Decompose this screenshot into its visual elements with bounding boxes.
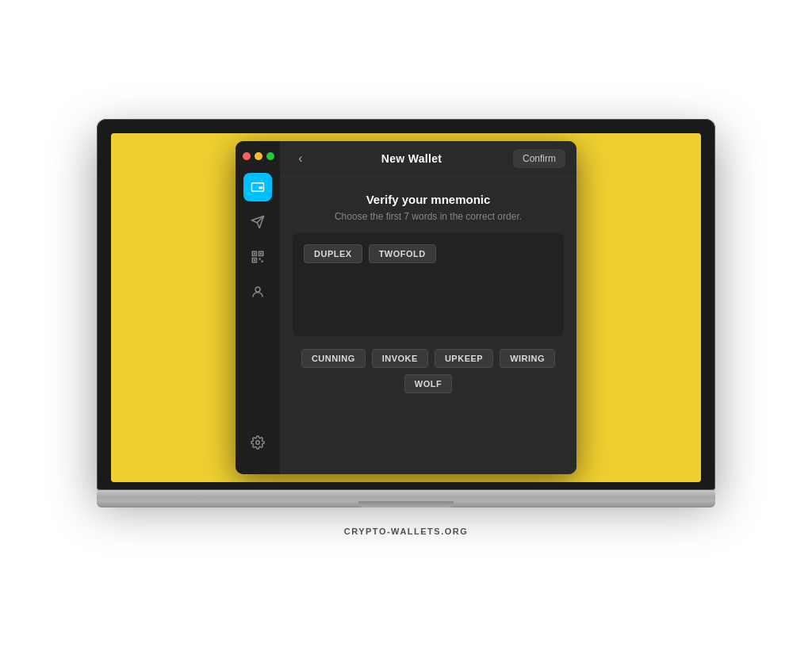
svg-rect-8 [260, 253, 262, 255]
svg-point-12 [255, 287, 260, 292]
maximize-button[interactable] [266, 152, 274, 160]
verify-title: Verify your mnemonic [366, 193, 491, 206]
laptop-notch [358, 501, 454, 508]
laptop-bottom [97, 490, 715, 508]
word-chip-cunning[interactable]: CUNNING [301, 349, 366, 368]
laptop-screen: ‹ New Wallet Confirm Verify your mnemoni… [111, 133, 701, 482]
settings-icon [251, 435, 265, 450]
svg-rect-11 [262, 261, 263, 262]
selected-word-duplex[interactable]: DUPLEX [304, 244, 362, 263]
svg-rect-9 [254, 259, 255, 261]
contact-icon [251, 285, 265, 299]
sidebar-item-contact[interactable] [243, 278, 272, 306]
sidebar-item-settings[interactable] [243, 428, 272, 457]
available-words: CUNNING INVOKE UPKEEP WIRING WOLF [293, 349, 564, 393]
svg-point-13 [256, 441, 260, 445]
svg-rect-1 [259, 186, 263, 189]
traffic-lights [243, 152, 274, 160]
minimize-button[interactable] [255, 152, 262, 160]
confirm-button[interactable]: Confirm [513, 149, 565, 168]
sidebar [236, 141, 280, 474]
word-chip-upkeep[interactable]: UPKEEP [435, 349, 493, 368]
svg-rect-10 [259, 259, 261, 260]
scene: ‹ New Wallet Confirm Verify your mnemoni… [97, 119, 715, 536]
verify-subtitle: Choose the first 7 words in the correct … [335, 211, 522, 222]
wallet-icon [251, 180, 265, 194]
qr-icon [251, 250, 265, 264]
word-chip-wiring[interactable]: WIRING [500, 349, 555, 368]
footer-text: CRYPTO-WALLETS.ORG [344, 527, 469, 536]
sidebar-item-send[interactable] [243, 208, 272, 236]
laptop: ‹ New Wallet Confirm Verify your mnemoni… [97, 119, 715, 508]
main-content: ‹ New Wallet Confirm Verify your mnemoni… [280, 141, 576, 474]
word-drop-area[interactable]: DUPLEX TWOFOLD [293, 233, 564, 336]
close-button[interactable] [243, 152, 251, 160]
content-body: Verify your mnemonic Choose the first 7 … [280, 177, 576, 474]
svg-rect-7 [254, 253, 255, 255]
window-title: New Wallet [381, 152, 442, 165]
word-chip-wolf[interactable]: WOLF [404, 374, 452, 393]
sidebar-item-wallet[interactable] [243, 173, 272, 201]
app-window: ‹ New Wallet Confirm Verify your mnemoni… [236, 141, 576, 474]
word-chip-invoke[interactable]: INVOKE [372, 349, 428, 368]
back-button[interactable]: ‹ [291, 151, 310, 166]
screen-bezel: ‹ New Wallet Confirm Verify your mnemoni… [97, 119, 715, 490]
sidebar-item-qr[interactable] [243, 243, 272, 271]
title-bar: ‹ New Wallet Confirm [280, 141, 576, 177]
selected-word-twofold[interactable]: TWOFOLD [369, 244, 436, 263]
send-icon [251, 215, 265, 229]
